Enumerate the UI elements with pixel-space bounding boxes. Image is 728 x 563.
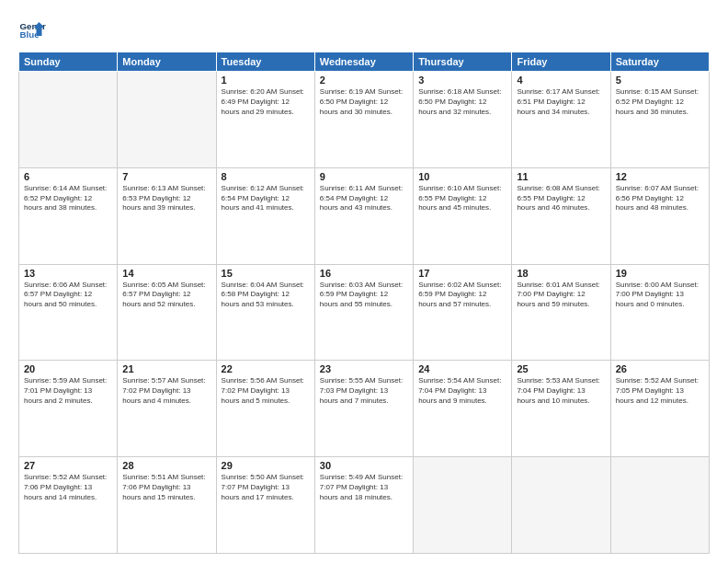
day-info: Sunrise: 6:18 AM Sunset: 6:50 PM Dayligh…	[418, 87, 506, 117]
day-info: Sunrise: 6:04 AM Sunset: 6:58 PM Dayligh…	[222, 281, 310, 310]
day-info: Sunrise: 6:14 AM Sunset: 6:52 PM Dayligh…	[24, 184, 112, 213]
day-info: Sunrise: 6:02 AM Sunset: 6:59 PM Dayligh…	[418, 281, 506, 310]
day-number: 17	[418, 268, 506, 279]
weekday-header-thursday: Thursday	[414, 52, 512, 72]
day-info: Sunrise: 6:00 AM Sunset: 7:00 PM Dayligh…	[616, 281, 704, 310]
day-number: 7	[122, 171, 210, 182]
calendar-cell: 3Sunrise: 6:18 AM Sunset: 6:50 PM Daylig…	[414, 72, 512, 168]
calendar-cell: 7Sunrise: 6:13 AM Sunset: 6:53 PM Daylig…	[118, 167, 216, 264]
day-info: Sunrise: 5:55 AM Sunset: 7:03 PM Dayligh…	[320, 376, 408, 406]
day-info: Sunrise: 5:49 AM Sunset: 7:07 PM Dayligh…	[320, 473, 408, 502]
calendar-cell: 24Sunrise: 5:54 AM Sunset: 7:04 PM Dayli…	[414, 361, 512, 457]
day-number: 18	[517, 268, 605, 279]
calendar-cell	[118, 72, 216, 168]
day-info: Sunrise: 6:15 AM Sunset: 6:52 PM Dayligh…	[616, 87, 704, 117]
calendar-cell: 30Sunrise: 5:49 AM Sunset: 7:07 PM Dayli…	[314, 457, 413, 554]
calendar-cell	[19, 72, 118, 168]
day-number: 2	[320, 75, 408, 86]
weekday-header-friday: Friday	[512, 52, 610, 72]
day-number: 1	[222, 75, 310, 86]
calendar-cell: 22Sunrise: 5:56 AM Sunset: 7:02 PM Dayli…	[216, 361, 314, 457]
day-number: 14	[122, 268, 210, 279]
calendar-cell	[610, 457, 709, 554]
calendar-cell: 4Sunrise: 6:17 AM Sunset: 6:51 PM Daylig…	[512, 72, 610, 168]
day-number: 28	[122, 460, 210, 471]
day-info: Sunrise: 6:03 AM Sunset: 6:59 PM Dayligh…	[320, 281, 408, 310]
day-number: 12	[616, 171, 704, 182]
day-number: 15	[222, 268, 310, 279]
day-info: Sunrise: 6:01 AM Sunset: 7:00 PM Dayligh…	[517, 281, 605, 310]
day-info: Sunrise: 5:53 AM Sunset: 7:04 PM Dayligh…	[517, 376, 605, 406]
calendar-cell: 23Sunrise: 5:55 AM Sunset: 7:03 PM Dayli…	[314, 361, 413, 457]
day-info: Sunrise: 5:59 AM Sunset: 7:01 PM Dayligh…	[24, 376, 112, 406]
day-number: 16	[320, 268, 408, 279]
day-number: 22	[222, 363, 310, 374]
day-info: Sunrise: 6:20 AM Sunset: 6:49 PM Dayligh…	[222, 87, 310, 117]
calendar-cell: 1Sunrise: 6:20 AM Sunset: 6:49 PM Daylig…	[216, 72, 314, 168]
calendar-table: SundayMondayTuesdayWednesdayThursdayFrid…	[18, 52, 710, 554]
week-row-3: 13Sunrise: 6:06 AM Sunset: 6:57 PM Dayli…	[19, 264, 710, 361]
page: General Blue SundayMondayTuesdayWednesda…	[0, 0, 728, 563]
weekday-header-monday: Monday	[118, 52, 216, 72]
day-number: 9	[320, 171, 408, 182]
week-row-1: 1Sunrise: 6:20 AM Sunset: 6:49 PM Daylig…	[19, 72, 710, 168]
calendar-cell: 29Sunrise: 5:50 AM Sunset: 7:07 PM Dayli…	[216, 457, 314, 554]
calendar-cell: 6Sunrise: 6:14 AM Sunset: 6:52 PM Daylig…	[19, 167, 118, 264]
header: General Blue	[18, 17, 710, 44]
day-info: Sunrise: 5:56 AM Sunset: 7:02 PM Dayligh…	[222, 376, 310, 406]
weekday-header-wednesday: Wednesday	[314, 52, 413, 72]
day-number: 30	[320, 460, 408, 471]
day-info: Sunrise: 5:51 AM Sunset: 7:06 PM Dayligh…	[122, 473, 210, 502]
day-number: 27	[24, 460, 112, 471]
weekday-header-saturday: Saturday	[610, 52, 709, 72]
calendar-cell: 13Sunrise: 6:06 AM Sunset: 6:57 PM Dayli…	[19, 264, 118, 361]
day-number: 29	[222, 460, 310, 471]
calendar-cell: 21Sunrise: 5:57 AM Sunset: 7:02 PM Dayli…	[118, 361, 216, 457]
calendar-cell	[414, 457, 512, 554]
logo-icon: General Blue	[18, 17, 46, 44]
day-info: Sunrise: 6:17 AM Sunset: 6:51 PM Dayligh…	[517, 87, 605, 117]
day-info: Sunrise: 6:11 AM Sunset: 6:54 PM Dayligh…	[320, 184, 408, 213]
calendar-cell: 25Sunrise: 5:53 AM Sunset: 7:04 PM Dayli…	[512, 361, 610, 457]
week-row-5: 27Sunrise: 5:52 AM Sunset: 7:06 PM Dayli…	[19, 457, 710, 554]
day-info: Sunrise: 6:07 AM Sunset: 6:56 PM Dayligh…	[616, 184, 704, 213]
day-info: Sunrise: 5:52 AM Sunset: 7:06 PM Dayligh…	[24, 473, 112, 502]
calendar-cell: 11Sunrise: 6:08 AM Sunset: 6:55 PM Dayli…	[512, 167, 610, 264]
day-number: 4	[517, 75, 605, 86]
day-info: Sunrise: 6:12 AM Sunset: 6:54 PM Dayligh…	[222, 184, 310, 213]
day-number: 24	[418, 363, 506, 374]
calendar-cell: 12Sunrise: 6:07 AM Sunset: 6:56 PM Dayli…	[610, 167, 709, 264]
day-number: 21	[122, 363, 210, 374]
day-info: Sunrise: 6:05 AM Sunset: 6:57 PM Dayligh…	[122, 281, 210, 310]
calendar-cell	[512, 457, 610, 554]
calendar-cell: 16Sunrise: 6:03 AM Sunset: 6:59 PM Dayli…	[314, 264, 413, 361]
day-number: 10	[418, 171, 506, 182]
day-info: Sunrise: 6:10 AM Sunset: 6:55 PM Dayligh…	[418, 184, 506, 213]
logo: General Blue	[18, 17, 46, 44]
weekday-header-sunday: Sunday	[19, 52, 118, 72]
day-number: 6	[24, 171, 112, 182]
calendar-cell: 20Sunrise: 5:59 AM Sunset: 7:01 PM Dayli…	[19, 361, 118, 457]
calendar-cell: 15Sunrise: 6:04 AM Sunset: 6:58 PM Dayli…	[216, 264, 314, 361]
day-info: Sunrise: 5:54 AM Sunset: 7:04 PM Dayligh…	[418, 376, 506, 406]
day-number: 8	[222, 171, 310, 182]
day-number: 5	[616, 75, 704, 86]
day-number: 25	[517, 363, 605, 374]
calendar-cell: 17Sunrise: 6:02 AM Sunset: 6:59 PM Dayli…	[414, 264, 512, 361]
day-info: Sunrise: 5:52 AM Sunset: 7:05 PM Dayligh…	[616, 376, 704, 406]
weekday-header-row: SundayMondayTuesdayWednesdayThursdayFrid…	[19, 52, 710, 72]
day-number: 26	[616, 363, 704, 374]
day-info: Sunrise: 5:57 AM Sunset: 7:02 PM Dayligh…	[122, 376, 210, 406]
day-info: Sunrise: 6:19 AM Sunset: 6:50 PM Dayligh…	[320, 87, 408, 117]
weekday-header-tuesday: Tuesday	[216, 52, 314, 72]
day-number: 11	[517, 171, 605, 182]
calendar-cell: 14Sunrise: 6:05 AM Sunset: 6:57 PM Dayli…	[118, 264, 216, 361]
calendar-cell: 26Sunrise: 5:52 AM Sunset: 7:05 PM Dayli…	[610, 361, 709, 457]
calendar-cell: 28Sunrise: 5:51 AM Sunset: 7:06 PM Dayli…	[118, 457, 216, 554]
calendar-cell: 19Sunrise: 6:00 AM Sunset: 7:00 PM Dayli…	[610, 264, 709, 361]
day-number: 23	[320, 363, 408, 374]
day-number: 13	[24, 268, 112, 279]
week-row-2: 6Sunrise: 6:14 AM Sunset: 6:52 PM Daylig…	[19, 167, 710, 264]
calendar-cell: 10Sunrise: 6:10 AM Sunset: 6:55 PM Dayli…	[414, 167, 512, 264]
day-info: Sunrise: 5:50 AM Sunset: 7:07 PM Dayligh…	[222, 473, 310, 502]
